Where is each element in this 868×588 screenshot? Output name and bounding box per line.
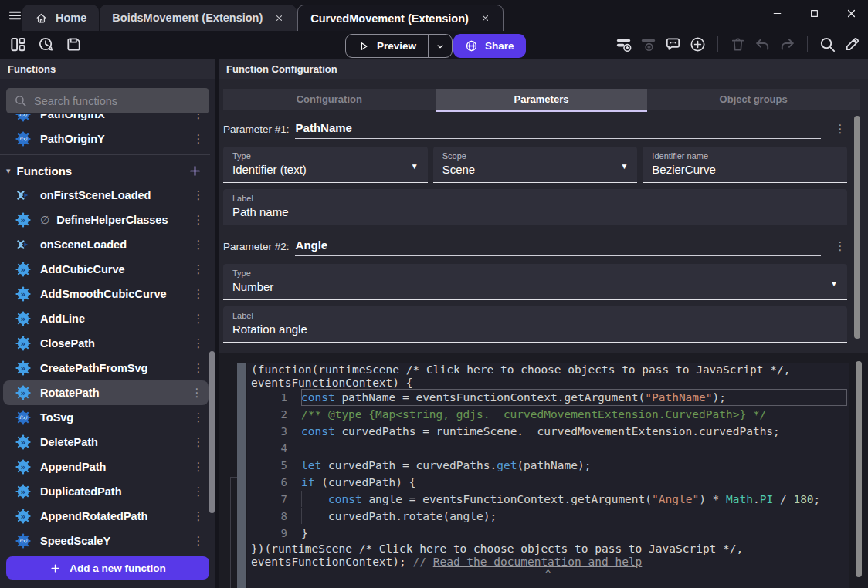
function-list-item-deletepath[interactable]: »DeletePath⋮	[0, 430, 210, 455]
item-menu-icon[interactable]: ⋮	[192, 435, 205, 449]
dropdown-type[interactable]: TypeNumber▼	[223, 264, 847, 300]
events-scrollbar[interactable]	[856, 361, 862, 577]
field-label: Type	[232, 151, 419, 161]
dropdown-type[interactable]: TypeIdentifier (text)▼	[223, 147, 428, 183]
undo-icon	[754, 35, 771, 53]
item-menu-icon[interactable]: ⋮	[192, 336, 205, 350]
tab-configuration[interactable]: Configuration	[223, 89, 436, 110]
code-line-9[interactable]: 9}	[247, 525, 849, 542]
item-menu-icon[interactable]: ⋮	[192, 213, 205, 227]
item-menu-icon[interactable]: ⋮	[192, 460, 205, 474]
item-menu-icon[interactable]: ⋮	[192, 188, 205, 202]
tab-object-groups[interactable]: Object groups	[647, 89, 860, 110]
function-list-item-appendrotatedpath[interactable]: »AppendRotatedPath⋮	[0, 504, 210, 529]
search-icon[interactable]	[819, 35, 836, 53]
function-list-item-createpathfromsvg[interactable]: »CreatePathFromSvg⋮	[0, 356, 210, 380]
add-circle-icon[interactable]	[689, 35, 707, 53]
code-line-6[interactable]: 6if (curvedPath) {	[247, 474, 849, 491]
function-list-item-pathoriginx[interactable]: f(x)PathOriginX⋮	[0, 114, 210, 127]
parameter-name-input[interactable]: Angle	[295, 238, 821, 256]
code-line-1[interactable]: 1const pathName = eventsFunctionContext.…	[247, 389, 849, 406]
item-menu-icon[interactable]: ⋮	[192, 238, 205, 252]
search-input[interactable]	[34, 95, 202, 107]
parameter-menu-icon[interactable]: ⋮	[833, 239, 847, 256]
editor-tab-boidsmovement-extension-[interactable]: BoidsMovement (Extension)	[100, 5, 297, 31]
parameter-index-label: Parameter #1:	[223, 123, 290, 139]
code-text: curvedPath.rotate(angle);	[301, 508, 849, 525]
event-drag-handle[interactable]	[237, 363, 246, 588]
preview-dropdown-button[interactable]	[429, 35, 452, 57]
function-list-item-tosvg[interactable]: f(x)ToSvg⋮	[0, 405, 210, 430]
code-header[interactable]: (function(runtimeScene /* Click here to …	[247, 363, 849, 389]
item-menu-icon[interactable]: ⋮	[192, 312, 205, 326]
code-line-7[interactable]: 7const angle = eventsFunctionContext.get…	[247, 491, 849, 508]
function-list-item-closepath[interactable]: »ClosePath⋮	[0, 331, 210, 356]
function-list-item-addcubiccurve[interactable]: »AddCubicCurve⋮	[0, 257, 210, 282]
section-collapse-icon[interactable]: ▾	[6, 166, 11, 176]
input-label[interactable]: LabelPath name	[223, 189, 847, 225]
item-menu-icon[interactable]: ⋮	[192, 411, 205, 424]
sidebar-scrollbar[interactable]	[209, 351, 215, 513]
item-menu-icon[interactable]: ⋮	[190, 386, 204, 400]
input-identifier-name[interactable]: Identifier nameBezierCurve	[643, 147, 847, 183]
add-event-icon[interactable]	[615, 35, 632, 53]
item-menu-icon[interactable]: ⋮	[192, 262, 205, 276]
history-icon[interactable]	[37, 35, 55, 53]
code-line-3[interactable]: 3const curvedPaths = runtimeScene.__curv…	[247, 423, 849, 440]
add-function-plus-icon[interactable]	[188, 164, 202, 178]
item-menu-icon[interactable]: ⋮	[192, 287, 205, 301]
save-icon[interactable]	[65, 35, 83, 53]
documentation-link[interactable]: Read the documentation and help	[433, 556, 643, 568]
function-list-item-addline[interactable]: »AddLine⋮	[0, 306, 210, 331]
code-comment-slashes: //	[413, 556, 433, 568]
search-box[interactable]	[6, 88, 209, 113]
edit-extension-icon[interactable]	[843, 35, 861, 53]
preview-button[interactable]: Preview	[345, 34, 453, 58]
item-menu-icon[interactable]: ⋮	[192, 509, 205, 523]
tab-close-icon[interactable]	[274, 13, 284, 23]
toolbar-divider	[717, 36, 718, 52]
editor-tab-home[interactable]: Home	[22, 5, 99, 31]
parameter-name-input[interactable]: PathName	[295, 121, 821, 139]
svg-text:»: »	[21, 462, 26, 472]
add-function-button[interactable]: Add a new function	[6, 556, 209, 580]
share-button[interactable]: Share	[453, 34, 526, 58]
minimize-window-button[interactable]	[771, 7, 784, 20]
parameter-header: Parameter #2:Angle⋮	[223, 233, 847, 256]
parameters-scrollbar[interactable]	[854, 116, 860, 339]
function-list-item-onsceneloaded[interactable]: onSceneLoaded⋮	[0, 232, 210, 257]
function-list-item-addsmoothcubiccurve[interactable]: »AddSmoothCubicCurve⋮	[0, 282, 210, 306]
code-line-2[interactable]: 2/** @type {Map<string, gdjs.__curvedMov…	[247, 406, 849, 423]
item-menu-icon[interactable]: ⋮	[192, 114, 205, 121]
maximize-window-button[interactable]	[808, 7, 821, 20]
code-line-4[interactable]: 4	[247, 440, 849, 457]
function-list-item-appendpath[interactable]: »AppendPath⋮	[0, 455, 210, 479]
function-list-item-speedscaley[interactable]: f(x)SpeedScaleY⋮	[0, 529, 210, 553]
add-comment-icon[interactable]	[664, 35, 682, 53]
function-list-item-onfirstsceneloaded[interactable]: onFirstSceneLoaded⋮	[0, 183, 210, 208]
panels-icon[interactable]	[9, 35, 27, 53]
input-label[interactable]: LabelRotation angle	[223, 306, 847, 343]
tab-parameters[interactable]: Parameters	[436, 89, 648, 110]
hamburger-menu-icon[interactable]	[7, 8, 23, 23]
item-menu-icon[interactable]: ⋮	[192, 132, 205, 146]
function-list-item-rotatepath[interactable]: »RotatePath⋮	[3, 380, 209, 405]
editor-tab-curvedmovement-extension-[interactable]: CurvedMovement (Extension)	[297, 5, 504, 31]
tab-close-icon[interactable]	[480, 13, 490, 23]
function-name: CreatePathFromSvg	[40, 362, 192, 374]
item-menu-icon[interactable]: ⋮	[192, 485, 205, 498]
code-line-8[interactable]: 8curvedPath.rotate(angle);	[247, 508, 849, 525]
function-list-item-duplicatedpath[interactable]: »DuplicatedPath⋮	[0, 479, 210, 504]
function-list-item-definehelperclasses[interactable]: »∅DefineHelperClasses⋮	[0, 208, 210, 232]
function-name: PathOriginY	[40, 133, 192, 145]
item-menu-icon[interactable]: ⋮	[192, 361, 205, 375]
preview-button-main[interactable]: Preview	[346, 35, 428, 57]
parameter-menu-icon[interactable]: ⋮	[833, 122, 847, 139]
js-code-editor[interactable]: (function(runtimeScene /* Click here to …	[247, 363, 849, 588]
dropdown-scope[interactable]: ScopeScene▼	[433, 147, 638, 183]
close-window-button[interactable]	[845, 7, 858, 20]
function-list-item-pathoriginy[interactable]: f(x)PathOriginY⋮	[0, 127, 210, 151]
code-line-5[interactable]: 5let curvedPath = curvedPaths.get(pathNa…	[247, 457, 849, 474]
item-menu-icon[interactable]: ⋮	[192, 534, 205, 548]
functions-section-header[interactable]: ▾Functions	[0, 158, 210, 183]
